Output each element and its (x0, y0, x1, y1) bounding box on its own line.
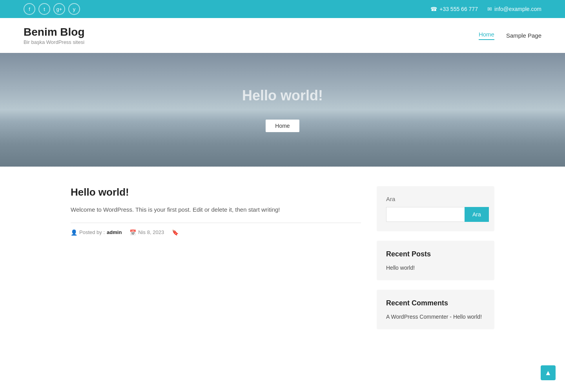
author-name[interactable]: admin (107, 229, 122, 235)
post-date-meta: 📅 Nis 8, 2023 (129, 229, 164, 236)
phone-number: +33 555 66 777 (439, 6, 478, 12)
main-nav: Home Sample Page (479, 31, 541, 40)
hero-section: Hello world! Home (0, 53, 565, 167)
site-header: Benim Blog Bir başka WordPress sitesi Ho… (0, 18, 565, 53)
recent-posts-widget: Recent Posts Hello world! (377, 241, 494, 280)
main-container: Hello world! Welcome to WordPress. This … (47, 167, 518, 358)
site-subtitle: Bir başka WordPress sitesi (24, 39, 85, 45)
sidebar: Ara Ara Recent Posts Hello world! Recent… (377, 186, 494, 339)
phone-icon: ☎ (430, 6, 437, 12)
recent-posts-title: Recent Posts (386, 250, 485, 258)
email-address: info@example.com (494, 6, 541, 12)
post-content: Welcome to WordPress. This is your first… (71, 205, 361, 215)
site-branding: Benim Blog Bir başka WordPress sitesi (24, 26, 85, 45)
email-icon: ✉ (487, 6, 492, 12)
contact-info: ☎ +33 555 66 777 ✉ info@example.com (430, 6, 541, 12)
recent-comments-title: Recent Comments (386, 299, 485, 307)
hero-title: Hello world! (242, 87, 323, 104)
post-divider (71, 223, 361, 223)
site-title: Benim Blog (24, 26, 85, 38)
author-icon: 👤 (71, 229, 77, 236)
bookmark-icon: 🔖 (172, 229, 179, 236)
posted-by-label: Posted by : (79, 229, 105, 235)
nav-sample-page[interactable]: Sample Page (506, 32, 541, 39)
post-date: Nis 8, 2023 (138, 229, 164, 235)
breadcrumb-home-button[interactable]: Home (266, 120, 299, 132)
post-author-meta: 👤 Posted by : admin (71, 229, 122, 236)
search-button[interactable]: Ara (465, 207, 489, 222)
recent-comment: A WordPress Commenter - Hello world! (386, 314, 485, 320)
recent-post-link[interactable]: Hello world! (386, 265, 485, 271)
recent-comments-widget: Recent Comments A WordPress Commenter - … (377, 290, 494, 329)
hero-breadcrumb: Home (266, 120, 299, 132)
search-input[interactable] (386, 207, 465, 222)
google-plus-icon[interactable]: g+ (53, 3, 65, 15)
nav-home[interactable]: Home (479, 31, 494, 40)
top-bar: f t g+ y ☎ +33 555 66 777 ✉ info@example… (0, 0, 565, 18)
content-area: Hello world! Welcome to WordPress. This … (71, 186, 361, 339)
calendar-icon: 📅 (129, 229, 136, 236)
search-row: Ara (386, 207, 485, 222)
post-bookmark-meta: 🔖 (172, 229, 179, 236)
search-widget-label: Ara (386, 196, 485, 202)
post-meta: 👤 Posted by : admin 📅 Nis 8, 2023 🔖 (71, 229, 361, 236)
post-title: Hello world! (71, 186, 361, 198)
social-icons: f t g+ y (24, 3, 80, 15)
twitter-icon[interactable]: t (38, 3, 50, 15)
hero-background (0, 53, 565, 167)
email-contact: ✉ info@example.com (487, 6, 541, 12)
facebook-icon[interactable]: f (24, 3, 35, 15)
hacker-news-icon[interactable]: y (68, 3, 80, 15)
search-widget: Ara Ara (377, 186, 494, 231)
phone-contact: ☎ +33 555 66 777 (430, 6, 478, 12)
